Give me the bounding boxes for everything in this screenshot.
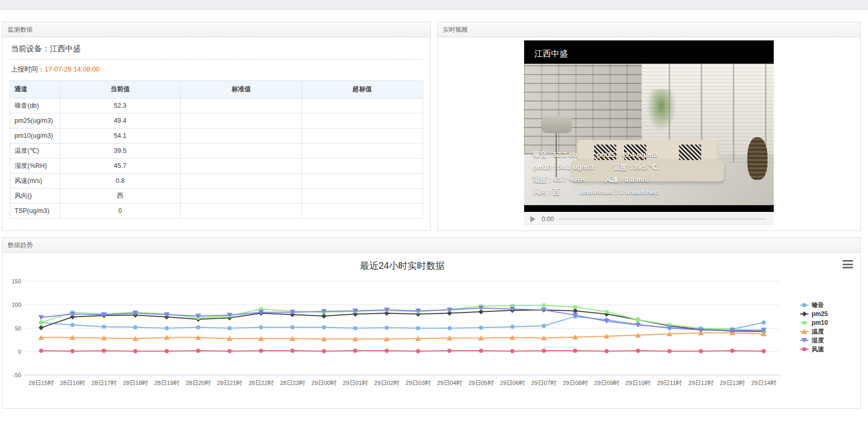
data-point[interactable] <box>291 349 295 353</box>
data-point[interactable] <box>573 308 578 313</box>
series-line <box>41 333 763 339</box>
hamburger-icon <box>843 260 853 262</box>
cell-standard <box>181 204 302 219</box>
data-point[interactable] <box>39 349 43 353</box>
cell-standard <box>181 113 302 128</box>
sensor-overlay: 噪音 : 52.3 db pm25 : 49.4 ug/m3 pm10 : 54… <box>533 147 659 197</box>
data-point[interactable] <box>699 349 703 353</box>
data-point[interactable] <box>70 323 75 327</box>
cell-exceed <box>302 98 423 113</box>
table-row: pm25(ug/m3) 49.4 <box>10 113 423 128</box>
data-point[interactable] <box>573 305 577 309</box>
x-axis-label: 29日09时 <box>594 380 619 386</box>
data-point[interactable] <box>668 349 672 353</box>
x-axis-label: 29日14时 <box>751 380 776 386</box>
vase-decoration <box>747 137 768 180</box>
legend-item[interactable]: pm25 <box>800 310 828 318</box>
data-point[interactable] <box>762 349 766 353</box>
overlay-value: 温度 : 39.5 ℃ <box>613 163 657 172</box>
data-point[interactable] <box>165 326 169 331</box>
legend-marker-icon <box>802 347 806 351</box>
video-progress-bar[interactable] <box>559 218 765 220</box>
data-point[interactable] <box>291 325 295 329</box>
data-point[interactable] <box>102 325 106 329</box>
data-point[interactable] <box>196 349 200 353</box>
data-point[interactable] <box>321 313 326 319</box>
x-axis-label: 29日08时 <box>562 380 588 386</box>
table-row: 噪音(db) 52.3 <box>10 98 423 113</box>
data-point[interactable] <box>227 326 232 331</box>
x-axis-label: 29日00时 <box>311 380 337 386</box>
data-point[interactable] <box>542 304 546 307</box>
y-axis-label: 150 <box>12 278 21 284</box>
data-point[interactable] <box>385 326 389 330</box>
data-point[interactable] <box>322 325 326 329</box>
report-time: 上报时间：17-07-29 14:08:00 <box>10 60 423 80</box>
data-point[interactable] <box>353 326 357 331</box>
data-point[interactable] <box>447 326 452 331</box>
data-point[interactable] <box>730 349 734 353</box>
data-point[interactable] <box>102 349 106 353</box>
data-point[interactable] <box>636 349 640 353</box>
data-point[interactable] <box>510 325 514 329</box>
cell-exceed <box>302 189 423 204</box>
data-point[interactable] <box>542 349 546 353</box>
legend-item[interactable]: 温度 <box>800 328 824 335</box>
cell-standard <box>181 144 302 159</box>
data-point[interactable] <box>762 321 766 325</box>
cell-exceed <box>302 144 423 159</box>
data-point[interactable] <box>416 349 420 353</box>
data-point[interactable] <box>479 326 483 330</box>
data-point[interactable] <box>353 349 357 353</box>
data-point[interactable] <box>385 349 389 353</box>
trend-panel-title: 数据趋势 <box>3 238 860 253</box>
data-point[interactable] <box>70 349 75 353</box>
video-frame[interactable]: 江西中盛 噪音 : 52.3 db <box>524 40 774 212</box>
data-point[interactable] <box>605 310 609 313</box>
data-point[interactable] <box>542 324 546 328</box>
data-point[interactable] <box>636 318 640 322</box>
legend-label: 温度 <box>812 328 824 335</box>
pillow-decoration <box>679 145 701 160</box>
cell-channel: 噪音(db) <box>10 98 60 113</box>
y-axis-label: -50 <box>13 372 21 378</box>
cell-channel: pm25(ug/m3) <box>10 113 60 128</box>
legend-item[interactable]: 湿度 <box>800 337 824 344</box>
cell-standard <box>181 128 302 144</box>
legend-marker-icon <box>802 303 806 307</box>
data-point[interactable] <box>259 349 263 353</box>
data-point[interactable] <box>416 326 420 331</box>
cell-current: 49.4 <box>60 113 181 128</box>
hamburger-icon <box>843 267 853 268</box>
cell-standard <box>181 189 302 204</box>
video-still-image: 噪音 : 52.3 db pm25 : 49.4 ug/m3 pm10 : 54… <box>524 64 774 205</box>
data-point[interactable] <box>479 349 483 353</box>
data-point[interactable] <box>133 349 137 353</box>
y-axis-label: 50 <box>15 325 21 332</box>
data-point[interactable] <box>322 349 326 353</box>
x-axis-label: 28日23时 <box>280 380 305 386</box>
data-point[interactable] <box>38 325 44 331</box>
data-point[interactable] <box>165 349 169 353</box>
data-point[interactable] <box>510 349 514 353</box>
cell-channel: 风速(m/s) <box>10 174 60 189</box>
data-point[interactable] <box>447 349 452 353</box>
overlay-value: undefined : 0 undefined <box>580 188 658 196</box>
x-axis-label: 28日21时 <box>217 380 242 386</box>
data-point[interactable] <box>196 325 200 329</box>
trend-chart[interactable]: -5005010015028日15时28日16时28日17时28日18时28日1… <box>3 253 860 408</box>
legend-item[interactable]: pm10 <box>800 319 828 326</box>
data-point[interactable] <box>604 349 609 353</box>
legend-item[interactable]: 风速 <box>800 346 824 353</box>
play-icon[interactable] <box>530 216 536 222</box>
chart-export-menu-button[interactable] <box>843 260 853 268</box>
legend-item[interactable]: 噪音 <box>800 302 824 309</box>
cell-exceed <box>302 128 423 144</box>
video-time: 0:00 <box>542 216 554 223</box>
data-point[interactable] <box>573 349 577 353</box>
data-point[interactable] <box>39 321 43 324</box>
data-point[interactable] <box>259 325 263 329</box>
data-point[interactable] <box>133 325 137 329</box>
monitor-panel: 监测数据 当前设备：江西中盛 上报时间：17-07-29 14:08:00 通道… <box>2 22 431 231</box>
data-point[interactable] <box>227 349 232 353</box>
